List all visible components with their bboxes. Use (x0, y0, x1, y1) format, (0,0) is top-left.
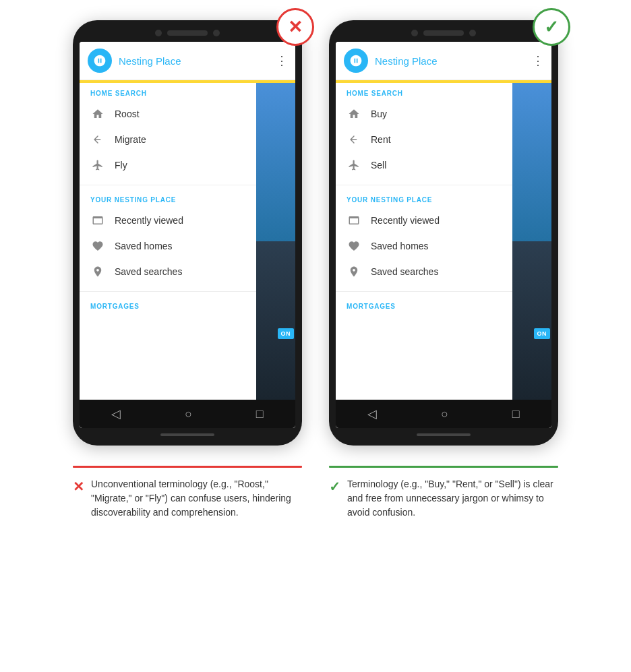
nav-recents-good[interactable]: □ (512, 407, 520, 421)
buy-label: Buy (371, 109, 387, 119)
drawer-item-saved-homes-good[interactable]: Saved homes (347, 233, 502, 259)
drawer-section2-bad: YOUR NESTING PLACE Recently viewed (80, 189, 256, 287)
caption-good: ✓ Terminology (e.g., "Buy," "Rent," or "… (329, 466, 558, 520)
nav-recents-bad[interactable]: □ (256, 407, 264, 421)
section1-title-good: HOME SEARCH (347, 90, 502, 97)
caption-rule-good (329, 466, 558, 468)
drawer-section1-bad: HOME SEARCH Roost (80, 83, 256, 181)
screen-content-good: HOME SEARCH Buy R (336, 83, 551, 400)
peek-bg-good (512, 83, 551, 400)
drawer-section3-bad: MORTGAGES (80, 296, 256, 317)
app-logo-good (344, 49, 368, 73)
section1-title-bad: HOME SEARCH (90, 90, 245, 97)
nav-home-bad[interactable]: ○ (185, 407, 192, 421)
fly-icon (90, 158, 105, 173)
rent-label: Rent (371, 134, 391, 145)
app-title-good: Nesting Place (375, 55, 438, 67)
drawer-good: HOME SEARCH Buy R (336, 83, 512, 400)
bottom-nav-bad: ◁ ○ □ (80, 400, 295, 428)
nav-home-good[interactable]: ○ (441, 407, 448, 421)
migrate-label: Migrate (115, 134, 146, 145)
caption-icon-good: ✓ (329, 479, 340, 495)
divider1-bad (80, 185, 256, 185)
fly-label: Fly (115, 160, 127, 171)
captions-row: ✕ Unconventional terminology (e.g., "Roo… (13, 466, 618, 520)
drawer-item-buy[interactable]: Buy (347, 101, 502, 127)
drawer-item-roost[interactable]: Roost (90, 101, 245, 127)
caption-text-bad: Unconventional terminology (e.g., "Roost… (91, 477, 302, 520)
phone-camera-good (411, 30, 418, 36)
drawer-item-sell[interactable]: Sell (347, 152, 502, 178)
phone-top-bar-bad (80, 30, 295, 36)
app-header-bad: Nesting Place ⋮ (80, 42, 295, 80)
migrate-icon (90, 132, 105, 147)
phone-top-bar-good (336, 30, 551, 36)
good-badge: ✓ (533, 8, 570, 46)
phone-camera2-bad (213, 30, 220, 36)
bad-badge-icon: ✕ (288, 17, 303, 38)
drawer-item-saved-homes-bad[interactable]: Saved homes (90, 233, 245, 259)
drawer-item-recently-bad[interactable]: Recently viewed (90, 208, 245, 233)
phone-screen-bad: Nesting Place ⋮ HOME SEARCH (80, 42, 295, 428)
peek-bottom-good (512, 241, 551, 400)
menu-dots-good[interactable]: ⋮ (532, 53, 545, 68)
drawer-section2-good: YOUR NESTING PLACE Recently viewed (336, 189, 512, 287)
caption-rule-bad (73, 466, 302, 468)
section3-title-bad: MORTGAGES (90, 303, 245, 310)
caption-icon-bad: ✕ (73, 479, 84, 495)
phone-speaker-good (423, 30, 464, 36)
app-logo-bad (88, 49, 112, 73)
saved-searches-icon-good (347, 264, 361, 279)
drawer-section1-good: HOME SEARCH Buy R (336, 83, 512, 181)
screen-content-bad: HOME SEARCH Roost (80, 83, 295, 400)
phones-comparison-row: ✕ Nesting Place ⋮ (13, 20, 618, 446)
peek-bg-bad (256, 83, 295, 400)
phone-camera2-good (469, 30, 476, 36)
recently-label-good: Recently viewed (371, 215, 440, 226)
drawer-item-recently-good[interactable]: Recently viewed (347, 208, 502, 233)
drawer-item-migrate[interactable]: Migrate (90, 127, 245, 152)
phone-bad-wrapper: ✕ Nesting Place ⋮ (73, 20, 302, 446)
app-header-good: Nesting Place ⋮ (336, 42, 551, 80)
saved-searches-label-good: Saved searches (371, 266, 438, 277)
phone-good-wrapper: ✓ Nesting Place ⋮ (329, 20, 558, 446)
home-bar-good (417, 433, 471, 436)
menu-dots-bad[interactable]: ⋮ (276, 53, 289, 68)
phone-camera-bad (155, 30, 162, 36)
section2-title-good: YOUR NESTING PLACE (347, 196, 502, 204)
section3-title-good: MORTGAGES (347, 303, 502, 310)
peek-bottom-bad (256, 241, 295, 400)
drawer-item-saved-searches-bad[interactable]: Saved searches (90, 259, 245, 284)
section2-title-bad: YOUR NESTING PLACE (90, 196, 245, 204)
roost-label: Roost (115, 109, 140, 119)
saved-homes-icon-good (347, 239, 361, 253)
caption-text-row-good: ✓ Terminology (e.g., "Buy," "Rent," or "… (329, 477, 558, 520)
home-bar-bad (160, 433, 214, 436)
phone-screen-good: Nesting Place ⋮ HOME SEARCH (336, 42, 551, 428)
sell-label: Sell (371, 160, 386, 171)
drawer-section3-good: MORTGAGES (336, 296, 512, 317)
caption-text-row-bad: ✕ Unconventional terminology (e.g., "Roo… (73, 477, 302, 520)
on-label-bad: ON (278, 328, 295, 339)
saved-searches-icon-bad (90, 264, 105, 279)
caption-bad: ✕ Unconventional terminology (e.g., "Roo… (73, 466, 302, 520)
rent-icon (347, 132, 361, 147)
recently-icon-bad (90, 213, 105, 228)
nav-back-good[interactable]: ◁ (367, 406, 377, 421)
divider2-good (336, 291, 512, 292)
drawer-item-rent[interactable]: Rent (347, 127, 502, 152)
bottom-nav-good: ◁ ○ □ (336, 400, 551, 428)
drawer-item-fly[interactable]: Fly (90, 152, 245, 178)
drawer-item-saved-searches-good[interactable]: Saved searches (347, 259, 502, 284)
good-badge-icon: ✓ (544, 17, 559, 38)
nav-back-bad[interactable]: ◁ (111, 406, 121, 421)
phone-frame-bad: Nesting Place ⋮ HOME SEARCH (73, 20, 302, 446)
saved-homes-label-bad: Saved homes (115, 241, 173, 251)
peek-top-bad (256, 83, 295, 241)
divider1-good (336, 185, 512, 185)
phone-frame-good: Nesting Place ⋮ HOME SEARCH (329, 20, 558, 446)
saved-searches-label-bad: Saved searches (115, 266, 182, 277)
phone-chin-bad (80, 433, 295, 436)
saved-homes-label-good: Saved homes (371, 241, 429, 251)
sell-icon (347, 158, 361, 173)
